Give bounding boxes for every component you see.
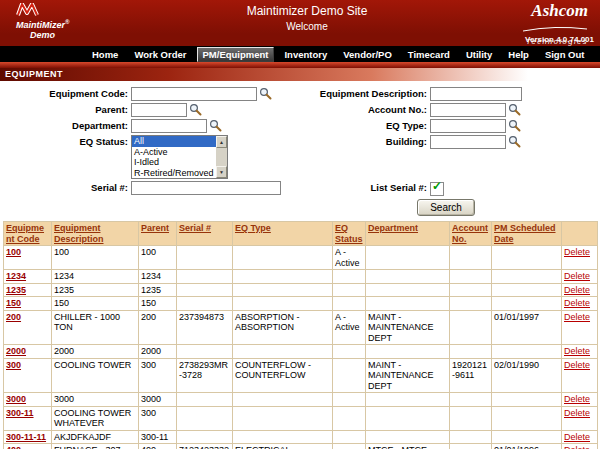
nav-item-sign-out[interactable]: Sign Out — [539, 47, 591, 62]
delete-link[interactable]: Delete — [564, 394, 590, 404]
header: MaintiMizer® Demo Maintimizer Demo Site … — [0, 0, 600, 34]
sort-link[interactable]: EQ Type — [235, 223, 271, 233]
results-header-row: Equipment CodeEquipment DescriptionParen… — [4, 222, 598, 246]
account-no-cell — [450, 283, 492, 297]
pm-scheduled-date-cell — [492, 345, 562, 359]
nav-item-help[interactable]: Help — [502, 47, 535, 62]
department-input[interactable] — [131, 119, 207, 133]
scroll-up-icon[interactable]: ▲ — [216, 136, 227, 148]
delete-link[interactable]: Delete — [564, 445, 590, 449]
nav-item-vendor-po[interactable]: Vendor/PO — [337, 47, 398, 62]
logo-name: MaintiMizer® — [16, 19, 186, 30]
sort-link[interactable]: Department — [368, 223, 418, 233]
eq-status-option[interactable]: R-Retired/Removed — [132, 168, 216, 179]
sort-link[interactable]: PM Scheduled Date — [494, 223, 556, 244]
page: MaintiMizer® Demo Maintimizer Demo Site … — [0, 0, 600, 449]
parent-input[interactable] — [131, 103, 187, 117]
sort-link[interactable]: Parent — [141, 223, 169, 233]
department-lookup-icon[interactable] — [209, 119, 222, 132]
search-button[interactable]: Search — [417, 199, 475, 216]
eq-type-cell — [233, 297, 333, 311]
equipment-code-link[interactable]: 1235 — [6, 285, 26, 295]
delete-link[interactable]: Delete — [564, 247, 590, 257]
nav-item-home[interactable]: Home — [86, 47, 124, 62]
equipment-description-cell: 3000 — [52, 393, 139, 407]
delete-link[interactable]: Delete — [564, 346, 590, 356]
equipment-code-cell: 400 — [4, 444, 52, 449]
pm-scheduled-date-cell — [492, 430, 562, 444]
equipment-code-link[interactable]: 200 — [6, 312, 21, 322]
delete-link[interactable]: Delete — [564, 285, 590, 295]
equipment-code-input[interactable] — [131, 87, 257, 101]
delete-link[interactable]: Delete — [564, 432, 590, 442]
equipment-code-link[interactable]: 100 — [6, 247, 21, 257]
building-input[interactable] — [430, 135, 506, 149]
scroll-down-icon[interactable]: ▼ — [216, 166, 227, 178]
equipment-code-link[interactable]: 400 — [6, 445, 21, 449]
delete-link[interactable]: Delete — [564, 312, 590, 322]
equipment-description-input[interactable] — [430, 87, 522, 101]
sort-link[interactable]: Serial # — [179, 223, 211, 233]
eq-type-cell — [233, 270, 333, 284]
eq-status-option[interactable]: A-Active — [132, 147, 216, 158]
nav-item-timecard[interactable]: Timecard — [402, 47, 456, 62]
equipment-code-link[interactable]: 300-11-11 — [6, 432, 46, 442]
department-cell — [366, 283, 450, 297]
eq-status-option[interactable]: All — [132, 136, 216, 147]
delete-cell: Delete — [562, 444, 598, 449]
registered-mark: ® — [65, 19, 69, 25]
equipment-code-link[interactable]: 150 — [6, 298, 21, 308]
delete-link[interactable]: Delete — [564, 271, 590, 281]
equipment-code-link[interactable]: 300 — [6, 360, 21, 370]
delete-cell: Delete — [562, 310, 598, 345]
delete-link[interactable]: Delete — [564, 408, 590, 418]
equipment-description-cell: 150 — [52, 297, 139, 311]
sort-link[interactable]: Equipment Description — [54, 223, 104, 244]
table-row: 200CHILLER - 1000 TON200237394873ABSORPT… — [4, 310, 598, 345]
parent-lookup-icon[interactable] — [189, 103, 202, 116]
eq-status-listbox[interactable]: AllA-ActiveI-IdledR-Retired/Removed ▲ ▼ — [131, 135, 228, 179]
sort-link[interactable]: Equipment Code — [6, 223, 44, 244]
delete-link[interactable]: Delete — [564, 298, 590, 308]
account-no-input[interactable] — [430, 103, 506, 117]
nav-item-work-order[interactable]: Work Order — [128, 47, 192, 62]
nav-item-utility[interactable]: Utility — [460, 47, 498, 62]
account-no-cell — [450, 297, 492, 311]
equipment-code-link[interactable]: 300-11 — [6, 408, 34, 418]
delete-cell: Delete — [562, 393, 598, 407]
equipment-code-link[interactable]: 2000 — [6, 346, 26, 356]
eq-status-option[interactable]: I-Idled — [132, 157, 216, 168]
building-lookup-icon[interactable] — [508, 135, 521, 148]
account-no-cell — [450, 345, 492, 359]
equipment-description-label: Equipment Description: — [309, 87, 430, 101]
eq-type-input[interactable] — [430, 119, 506, 133]
equipment-code-link[interactable]: 1234 — [6, 271, 26, 281]
equipment-code-cell: 150 — [4, 297, 52, 311]
column-header-equipment-code: Equipment Code — [4, 222, 52, 246]
nav-item-inventory[interactable]: Inventory — [278, 47, 333, 62]
equipment-code-link[interactable]: 3000 — [6, 394, 26, 404]
equipment-code-lookup-icon[interactable] — [259, 87, 272, 100]
delete-link[interactable]: Delete — [564, 360, 590, 370]
delete-cell: Delete — [562, 430, 598, 444]
department-cell — [366, 297, 450, 311]
list-serial-checkbox[interactable]: ✓ — [430, 182, 444, 196]
form-row: Parent: Account No.: — [0, 103, 600, 117]
nav-item-pm-equipment[interactable]: PM/Equipment — [197, 47, 275, 62]
account-no-label: Account No.: — [309, 103, 430, 117]
scroll-track[interactable] — [216, 148, 227, 166]
department-cell — [366, 270, 450, 284]
parent-cell: 300 — [139, 406, 177, 430]
equipment-code-cell: 300 — [4, 358, 52, 393]
account-no-lookup-icon[interactable] — [508, 103, 521, 116]
eq-status-scrollbar[interactable]: ▲ ▼ — [216, 136, 227, 178]
sort-link[interactable]: Account No. — [452, 223, 488, 244]
sort-link[interactable]: EQ Status — [335, 223, 363, 244]
table-row: 123412341234Delete — [4, 270, 598, 284]
eq-status-cell — [333, 283, 366, 297]
serial-input[interactable] — [131, 181, 281, 195]
eq-status-cell — [333, 406, 366, 430]
parent-cell: 300-11 — [139, 430, 177, 444]
column-header-serial-: Serial # — [177, 222, 233, 246]
eq-type-lookup-icon[interactable] — [508, 119, 521, 132]
